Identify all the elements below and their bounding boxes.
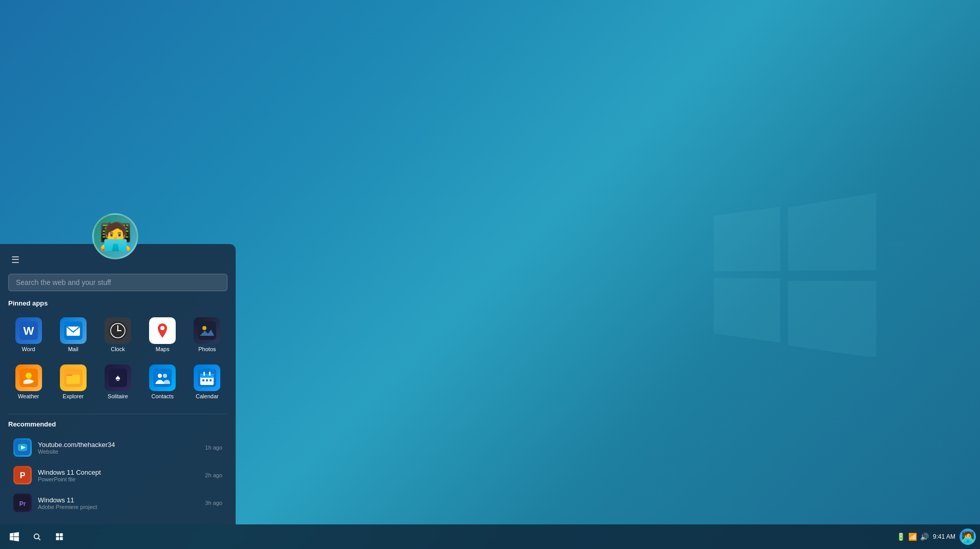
svg-rect-28 — [206, 379, 208, 381]
solitaire-label: Solitaire — [108, 393, 128, 399]
clock-label: Clock — [111, 346, 125, 352]
taskbar: 🔋 📶 🔊 9:41 AM 🧑‍💻 — [0, 524, 980, 549]
photos-icon — [194, 317, 220, 344]
explorer-icon — [60, 364, 87, 391]
svg-rect-40 — [60, 537, 63, 540]
user-avatar[interactable]: 🧑‍💻 — [92, 213, 138, 259]
svg-text:P: P — [20, 471, 26, 480]
photos-label: Photos — [198, 346, 216, 352]
calendar-icon — [194, 364, 220, 391]
pinned-app-maps[interactable]: Maps — [142, 313, 183, 356]
contacts-label: Contacts — [151, 393, 173, 399]
divider — [8, 414, 227, 414]
recommended-label: Recommended — [8, 420, 227, 428]
pinned-app-calendar[interactable]: Calendar — [187, 360, 227, 403]
svg-rect-11 — [198, 321, 216, 340]
mail-label: Mail — [68, 346, 78, 352]
svg-rect-26 — [209, 372, 211, 376]
calendar-label: Calendar — [196, 393, 219, 399]
svg-rect-16 — [67, 375, 80, 384]
win11-time: 3h ago — [205, 500, 222, 506]
svg-rect-25 — [203, 372, 205, 376]
word-label: Word — [22, 346, 35, 352]
sound-icon: 🔊 — [920, 533, 929, 541]
start-button[interactable] — [4, 526, 25, 547]
start-menu: 🧑‍💻 ☰ Search the web and your stuff Pinn… — [0, 244, 236, 524]
win11concept-info: Windows 11 ConceptPowerPoint file — [38, 469, 199, 482]
svg-text:W: W — [23, 324, 34, 337]
svg-text:Pr: Pr — [19, 500, 26, 507]
weather-label: Weather — [18, 393, 39, 399]
svg-text:♠: ♠ — [115, 373, 120, 383]
explorer-label: Explorer — [62, 393, 84, 399]
pinned-app-contacts[interactable]: Contacts — [142, 360, 183, 403]
svg-rect-37 — [56, 533, 59, 536]
weather-icon — [15, 364, 42, 391]
svg-point-12 — [202, 326, 206, 330]
widgets-taskbar-button[interactable] — [49, 526, 70, 547]
word-icon: W — [15, 317, 42, 344]
svg-rect-29 — [210, 379, 212, 381]
svg-point-8 — [117, 330, 118, 332]
win11-name: Windows 11 — [38, 496, 199, 504]
solitaire-icon: ♠ — [105, 364, 131, 391]
win11concept-time: 2h ago — [205, 472, 222, 478]
wifi-icon: 📶 — [908, 533, 917, 541]
rec-item-win11[interactable]: PrWindows 11Adobe Premiere project3h ago — [8, 490, 227, 516]
youtube-time: 1h ago — [205, 444, 222, 451]
rec-item-youtube[interactable]: Youtube.com/thehacker34Website1h ago — [8, 434, 227, 461]
pinned-app-mail[interactable]: Mail — [53, 313, 93, 356]
pinned-apps-label: Pinned apps — [8, 299, 227, 307]
win11-icon: Pr — [13, 494, 32, 512]
taskbar-system-icons: 🔋 📶 🔊 — [896, 533, 929, 541]
youtube-info: Youtube.com/thehacker34Website — [38, 441, 199, 455]
svg-point-10 — [160, 326, 164, 330]
win11-info: Windows 11Adobe Premiere project — [38, 496, 199, 510]
pinned-app-photos[interactable]: Photos — [187, 313, 227, 356]
win11concept-name: Windows 11 Concept — [38, 469, 199, 476]
youtube-type: Website — [38, 449, 199, 455]
taskbar-left — [4, 526, 70, 547]
taskbar-user-avatar[interactable]: 🧑‍💻 — [960, 528, 976, 545]
pinned-app-clock[interactable]: Clock — [97, 313, 138, 356]
win11concept-icon: P — [13, 466, 32, 484]
pinned-app-word[interactable]: WWord — [8, 313, 49, 356]
youtube-icon — [13, 438, 32, 457]
battery-icon: 🔋 — [896, 533, 905, 541]
maps-label: Maps — [156, 346, 170, 352]
maps-icon — [149, 317, 176, 344]
rec-item-win11concept[interactable]: PWindows 11 ConceptPowerPoint file2h ago — [8, 462, 227, 489]
svg-rect-27 — [202, 379, 204, 381]
win11concept-type: PowerPoint file — [38, 476, 199, 482]
svg-rect-19 — [153, 369, 172, 387]
mail-icon — [60, 317, 87, 344]
search-taskbar-button[interactable] — [27, 526, 47, 547]
recommended-list: Youtube.com/thehacker34Website1h agoPWin… — [8, 434, 227, 516]
pinned-apps-grid: WWordMailClockMapsPhotosWeatherExplorer♠… — [8, 313, 227, 403]
youtube-name: Youtube.com/thehacker34 — [38, 441, 199, 449]
svg-line-36 — [38, 538, 40, 540]
pinned-app-solitaire[interactable]: ♠Solitaire — [97, 360, 138, 403]
svg-point-14 — [26, 373, 32, 379]
svg-rect-24 — [200, 374, 214, 378]
desktop: 🧑‍💻 ☰ Search the web and your stuff Pinn… — [0, 0, 980, 549]
svg-rect-38 — [60, 533, 63, 536]
taskbar-right: 🔋 📶 🔊 9:41 AM 🧑‍💻 — [896, 528, 976, 545]
pinned-app-explorer[interactable]: Explorer — [53, 360, 93, 403]
pinned-app-weather[interactable]: Weather — [8, 360, 49, 403]
taskbar-time: 9:41 AM — [933, 533, 955, 541]
svg-rect-39 — [56, 537, 59, 540]
windows-logo-watermark — [714, 193, 878, 357]
contacts-icon — [149, 364, 176, 391]
clock-icon — [105, 317, 131, 344]
search-bar[interactable]: Search the web and your stuff — [8, 274, 227, 291]
svg-point-20 — [158, 374, 162, 378]
svg-point-35 — [34, 534, 39, 539]
svg-point-21 — [163, 374, 167, 378]
win11-type: Adobe Premiere project — [38, 504, 199, 510]
